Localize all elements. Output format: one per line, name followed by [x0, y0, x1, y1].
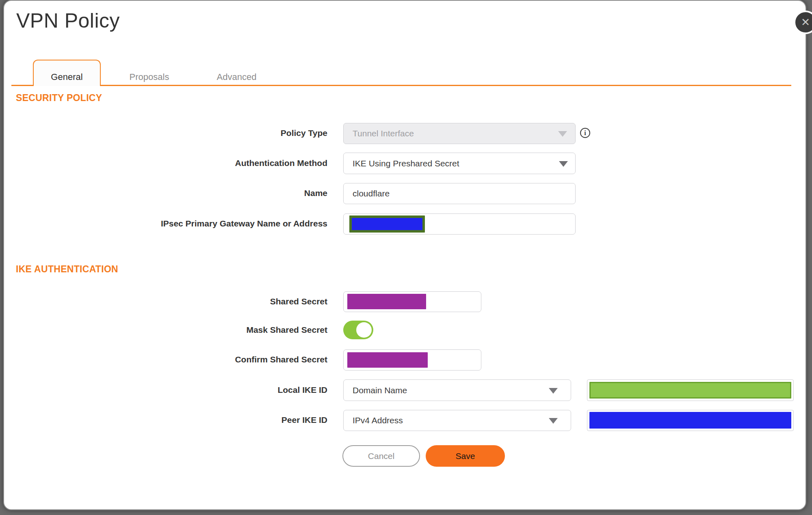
- peer-ike-id-type: IPv4 Address: [353, 416, 403, 425]
- authentication-method-label: Authentication Method: [97, 157, 327, 169]
- name-input[interactable]: cloudflare: [343, 183, 576, 204]
- cancel-button-label: Cancel: [368, 451, 394, 461]
- chevron-down-icon: [558, 131, 567, 137]
- shared-secret-label: Shared Secret: [97, 296, 327, 307]
- mask-shared-secret-label: Mask Shared Secret: [97, 324, 327, 336]
- tab-advanced-label: Advanced: [217, 72, 257, 82]
- peer-ike-id-label: Peer IKE ID: [97, 414, 327, 426]
- tab-proposals-label: Proposals: [130, 72, 169, 82]
- tab-general-label: General: [51, 72, 82, 82]
- gateway-redaction-box: [349, 215, 425, 233]
- policy-type-select: Tunnel Interface: [343, 123, 576, 144]
- tab-advanced[interactable]: Advanced: [203, 60, 271, 86]
- tab-proposals[interactable]: Proposals: [115, 60, 183, 86]
- local-ike-id-label: Local IKE ID: [97, 384, 327, 396]
- mask-shared-secret-toggle[interactable]: [343, 321, 373, 339]
- peer-ike-id-redaction-box: [589, 412, 791, 429]
- name-label: Name: [97, 187, 327, 199]
- section-heading-ike-authentication: IKE AUTHENTICATION: [16, 264, 118, 275]
- toggle-knob: [356, 322, 372, 338]
- info-icon-glyph: i: [584, 129, 586, 137]
- gateway-label: IPsec Primary Gateway Name or Address: [97, 218, 327, 229]
- page-title: VPN Policy: [16, 9, 120, 32]
- authentication-method-value: IKE Using Preshared Secret: [353, 159, 459, 168]
- cancel-button[interactable]: Cancel: [342, 445, 420, 467]
- vpn-policy-dialog: VPN Policy ✕ General Proposals Advanced …: [0, 0, 812, 515]
- chevron-down-icon: [549, 418, 558, 424]
- chevron-down-icon: [549, 388, 558, 394]
- local-ike-id-type: Domain Name: [353, 386, 407, 395]
- authentication-method-select[interactable]: IKE Using Preshared Secret: [343, 153, 576, 174]
- local-ike-id-select[interactable]: Domain Name: [343, 379, 571, 401]
- save-button[interactable]: Save: [426, 445, 505, 467]
- close-icon: ✕: [801, 17, 810, 28]
- section-heading-security-policy: SECURITY POLICY: [16, 93, 102, 103]
- confirm-shared-secret-redaction-box: [347, 352, 428, 368]
- info-icon[interactable]: i: [580, 128, 590, 138]
- save-button-label: Save: [456, 451, 475, 461]
- chevron-down-icon: [559, 161, 568, 167]
- local-ike-id-redaction-box: [589, 382, 791, 399]
- name-value: cloudflare: [353, 189, 390, 198]
- policy-type-value: Tunnel Interface: [353, 129, 414, 138]
- peer-ike-id-select[interactable]: IPv4 Address: [343, 410, 571, 431]
- shared-secret-redaction-box: [347, 294, 426, 309]
- confirm-shared-secret-label: Confirm Shared Secret: [97, 354, 327, 365]
- tab-general[interactable]: General: [33, 60, 101, 86]
- policy-type-label: Policy Type: [97, 127, 327, 139]
